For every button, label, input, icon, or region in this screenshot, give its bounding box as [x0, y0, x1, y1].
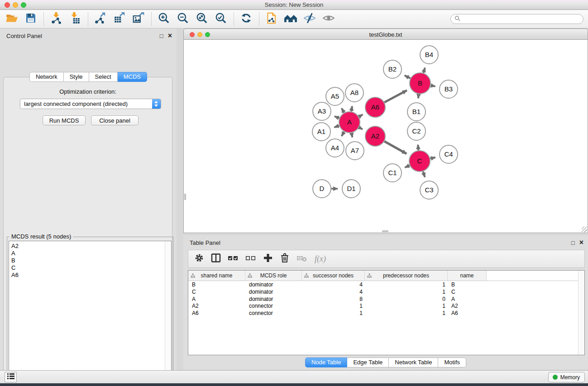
- column-header-shared-name[interactable]: shared name: [188, 271, 245, 281]
- graph-edge-C-C2[interactable]: [418, 145, 418, 150]
- tab-edge-table[interactable]: Edge Table: [347, 357, 389, 367]
- table-row[interactable]: Adominator80A: [188, 295, 584, 303]
- unselect-all-columns-button[interactable]: [245, 253, 257, 265]
- function-builder-button[interactable]: f(x): [314, 254, 326, 264]
- graph-edge-C-C1[interactable]: [405, 166, 410, 168]
- graph-edge-C-C3[interactable]: [423, 172, 425, 177]
- graph-edge-A-A4[interactable]: [342, 132, 344, 136]
- table-settings-button[interactable]: [194, 253, 205, 265]
- delete-column-button[interactable]: [279, 253, 290, 265]
- table-body: Bdominator41BCdominator41CAdominator80AA…: [188, 281, 584, 317]
- result-item[interactable]: A: [9, 250, 171, 257]
- import-table-button[interactable]: [68, 12, 82, 26]
- search-input[interactable]: [450, 14, 583, 24]
- graph-edge-B-B2[interactable]: [405, 76, 411, 79]
- graph-edge-A-A7[interactable]: [352, 133, 353, 138]
- result-item[interactable]: A2: [9, 243, 171, 250]
- graph-edge-A2-C[interactable]: [384, 141, 406, 154]
- tab-mcds[interactable]: MCDS: [118, 72, 147, 82]
- graph-edge-B-B1[interactable]: [418, 94, 419, 98]
- import-network-button[interactable]: [49, 12, 63, 26]
- table-row[interactable]: Cdominator41C: [188, 288, 584, 295]
- tab-network[interactable]: Network: [29, 72, 64, 82]
- run-mcds-button[interactable]: Run MCDS: [43, 115, 86, 125]
- main-toolbar: [0, 10, 588, 29]
- tab-select[interactable]: Select: [89, 72, 118, 82]
- task-history-button[interactable]: [5, 372, 17, 382]
- column-header-predecessor-nodes[interactable]: predecessor nodes: [365, 271, 448, 281]
- graph-edge-A-A3[interactable]: [335, 116, 339, 118]
- create-column-button[interactable]: [263, 253, 273, 265]
- graph-edge-A-A5[interactable]: [342, 108, 344, 113]
- tab-node-table[interactable]: Node Table: [305, 357, 348, 367]
- vertical-scroll-indicator[interactable]: [184, 194, 186, 200]
- horizontal-scroll-indicator[interactable]: [382, 230, 388, 232]
- close-panel-icon[interactable]: ×: [168, 32, 172, 39]
- graph-node-label: C4: [444, 150, 453, 158]
- result-item[interactable]: A6: [9, 272, 171, 279]
- result-item[interactable]: B: [9, 257, 171, 264]
- network-graph[interactable]: B4B2BB3A8A5A6A3B1AA1C2A2A4A7C4CC1C3DD1: [184, 40, 588, 232]
- delete-table-button[interactable]: [296, 253, 308, 265]
- show-graphics-details-button[interactable]: [321, 12, 336, 26]
- float-panel-icon[interactable]: □: [160, 33, 163, 39]
- export-network-button[interactable]: [93, 12, 108, 26]
- optimization-criterion-select[interactable]: largest connected component (directed): [20, 99, 161, 109]
- graph-edge-B-B4[interactable]: [423, 68, 425, 73]
- app-titlebar: Session: New Session: [0, 0, 588, 10]
- cell-mcds-role: dominator: [245, 288, 302, 295]
- tab-motifs[interactable]: Motifs: [438, 357, 466, 367]
- network-canvas[interactable]: B4B2BB3A8A5A6A3B1AA1C2A2A4A7C4CC1C3DD1: [183, 40, 588, 233]
- save-session-button[interactable]: [24, 12, 38, 26]
- home-layout-button[interactable]: [283, 12, 298, 26]
- table-row[interactable]: A6connector11A6: [188, 310, 584, 317]
- network-window-titlebar[interactable]: testGlobe.txt: [183, 29, 588, 40]
- cell-successor-nodes: 4: [302, 281, 365, 288]
- table-scrollbar[interactable]: [578, 271, 584, 355]
- graph-edge-A-A2[interactable]: [359, 128, 363, 129]
- cell-shared-name: A6: [188, 310, 245, 317]
- result-list-scrollbar[interactable]: [165, 241, 171, 386]
- open-file-button[interactable]: [5, 12, 19, 26]
- cell-name: A2: [448, 302, 487, 310]
- close-panel-button[interactable]: Close panel: [91, 115, 139, 125]
- hide-graphics-details-button[interactable]: [302, 12, 317, 26]
- refresh-button[interactable]: [239, 12, 253, 26]
- select-all-columns-button[interactable]: [227, 253, 239, 265]
- zoom-out-button[interactable]: [176, 12, 190, 26]
- export-table-button[interactable]: [112, 12, 127, 26]
- cell-name: B: [448, 281, 487, 288]
- graph-edge-A-A1[interactable]: [334, 126, 339, 128]
- status-bar: Memory: [0, 370, 588, 383]
- float-table-panel-icon[interactable]: □: [571, 239, 575, 246]
- cell-predecessor-nodes: 1: [365, 288, 448, 295]
- show-columns-button[interactable]: [210, 253, 221, 265]
- graph-edge-A-A8[interactable]: [351, 106, 352, 112]
- table-toolbar: f(x): [188, 250, 585, 268]
- cell-shared-name: C: [188, 288, 245, 295]
- graph-edge-B-B3[interactable]: [431, 86, 435, 86]
- close-table-panel-icon[interactable]: ×: [579, 238, 583, 246]
- column-header-successor-nodes[interactable]: successor nodes: [302, 271, 365, 281]
- document-network-icon: [265, 12, 278, 26]
- tab-style[interactable]: Style: [64, 72, 89, 82]
- column-header-mcds-role[interactable]: MCDS role: [245, 271, 302, 281]
- table-row[interactable]: Bdominator41B: [188, 281, 584, 288]
- export-table-icon: [113, 12, 126, 26]
- zoom-fit-button[interactable]: [195, 12, 209, 26]
- graph-edge-C-C4[interactable]: [430, 157, 435, 159]
- memory-button[interactable]: Memory: [548, 372, 585, 382]
- graph-node-label: B: [418, 79, 422, 87]
- zoom-selected-button[interactable]: [214, 12, 228, 26]
- graph-edge-A-A6[interactable]: [359, 114, 363, 117]
- resize-grip-icon[interactable]: [582, 227, 587, 232]
- table-row[interactable]: A2connector11A2: [188, 302, 584, 310]
- new-network-from-selection-button[interactable]: [264, 12, 279, 26]
- export-image-button[interactable]: [131, 12, 146, 26]
- zoom-in-button[interactable]: [157, 12, 171, 26]
- result-item[interactable]: C: [9, 264, 171, 272]
- tab-network-table[interactable]: Network Table: [389, 357, 438, 367]
- checked-boxes-icon: [227, 253, 239, 265]
- graph-edge-A6-B[interactable]: [384, 91, 407, 103]
- column-header-name[interactable]: name: [448, 271, 487, 281]
